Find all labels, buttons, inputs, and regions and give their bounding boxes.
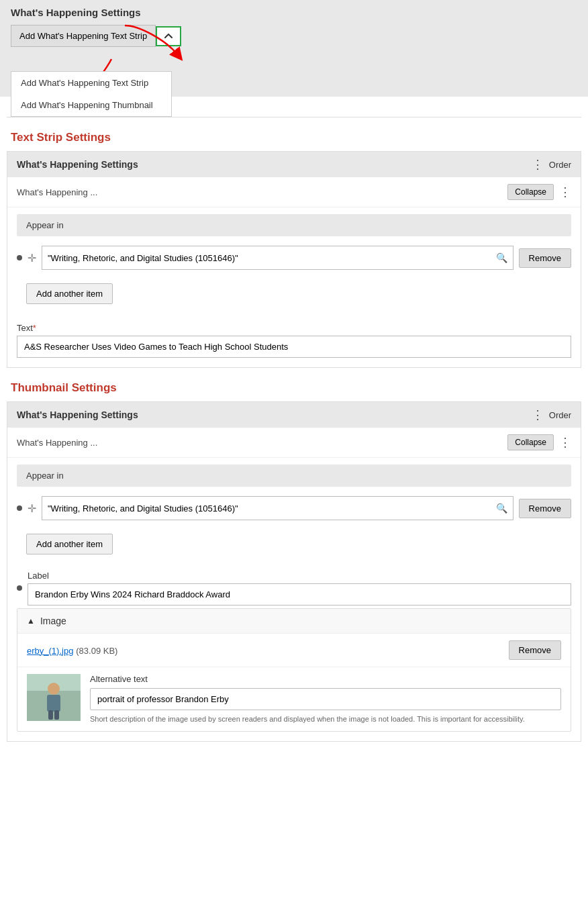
svg-rect-4: [47, 695, 60, 712]
text-strip-block-header: What's Happening Settings ⋮ Order: [7, 152, 581, 177]
text-strip-order-label: Order: [549, 160, 571, 170]
thumbnail-search-row: ✛ 🔍 Remove: [7, 489, 581, 524]
text-strip-search-icon: 🔍: [496, 252, 507, 263]
thumbnail-label-row: Label: [7, 568, 581, 608]
text-strip-search-wrapper: 🔍: [42, 246, 513, 270]
thumbnail-appear-in-bar: Appear in: [17, 465, 571, 487]
thumbnail-alt-text-label: Alternative text: [90, 674, 561, 684]
text-strip-add-another-area: Add another item: [7, 274, 581, 318]
thumbnail-remove-button[interactable]: Remove: [519, 499, 571, 518]
text-strip-item-row: What's Happening ... Collapse ⋮: [7, 177, 581, 207]
thumbnail-file-link[interactable]: erby_(1).jpg: [27, 646, 73, 656]
thumbnail-item-row: What's Happening ... Collapse ⋮: [7, 428, 581, 458]
thumbnail-three-dots-icon[interactable]: ⋮: [532, 409, 544, 421]
thumbnail-search-icon: 🔍: [496, 503, 507, 514]
text-strip-three-dots-icon[interactable]: ⋮: [532, 158, 544, 171]
text-strip-bullet-dot: [17, 255, 22, 260]
image-section-title: Image: [40, 616, 66, 626]
thumbnail-file-info: erby_(1).jpg (83.09 KB): [27, 645, 117, 656]
dropdown-chevron-button[interactable]: [156, 26, 181, 46]
svg-point-3: [48, 683, 60, 695]
thumbnail-alt-text-hint: Short description of the image used by s…: [90, 714, 561, 724]
thumbnail-item-label: What's Happening ...: [17, 438, 97, 448]
top-section: What's Happening Settings Add What's Hap…: [0, 0, 588, 97]
dropdown-menu: Add What's Happening Text Strip Add What…: [11, 71, 172, 117]
text-strip-collapse-button[interactable]: Collapse: [507, 184, 554, 200]
thumbnail-image-alt-row: Alternative text Short description of th…: [17, 667, 571, 731]
thumbnail-label-dot: [17, 585, 22, 591]
text-strip-search-row: ✛ 🔍 Remove: [7, 239, 581, 274]
text-strip-block-title: What's Happening Settings: [17, 159, 138, 170]
text-strip-section-title: Text Strip Settings: [11, 131, 577, 144]
text-strip-item-row-right: Collapse ⋮: [507, 184, 571, 200]
text-strip-text-label: Text*: [7, 318, 581, 336]
thumbnail-bullet-dot: [17, 505, 22, 511]
text-strip-appear-in-outer: Appear in: [7, 207, 581, 239]
thumbnail-item-three-dots-icon[interactable]: ⋮: [559, 436, 571, 448]
dropdown-item-thumbnail[interactable]: Add What's Happening Thumbnail: [11, 94, 171, 116]
add-text-strip-button[interactable]: Add What's Happening Text Strip: [11, 25, 156, 47]
thumbnail-add-another-button[interactable]: Add another item: [26, 534, 113, 554]
svg-rect-6: [54, 710, 59, 720]
dropdown-trigger-row: Add What's Happening Text Strip: [11, 25, 577, 47]
thumbnail-file-size: (83.09 KB): [76, 646, 117, 656]
thumbnail-block-header: What's Happening Settings ⋮ Order: [7, 402, 581, 428]
text-strip-header-right: ⋮ Order: [532, 158, 571, 171]
svg-rect-5: [48, 710, 53, 720]
top-title: What's Happening Settings: [11, 7, 577, 18]
chevron-up-icon: [164, 32, 173, 41]
thumbnail-image-section-header: ▲ Image: [17, 609, 571, 634]
thumbnail-section-title: Thumbnail Settings: [11, 381, 577, 395]
thumbnail-header-right: ⋮ Order: [532, 409, 571, 421]
thumbnail-settings-block: What's Happening Settings ⋮ Order What's…: [7, 401, 581, 742]
text-strip-search-input[interactable]: [48, 253, 496, 263]
thumbnail-image-section: ▲ Image erby_(1).jpg (83.09 KB) Remove: [17, 608, 571, 732]
thumbnail-appear-in-outer: Appear in: [7, 458, 581, 489]
thumbnail-drag-handle[interactable]: ✛: [28, 502, 36, 515]
thumbnail-label-container: Label: [28, 571, 571, 605]
thumbnail-search-input[interactable]: [48, 503, 496, 514]
thumbnail-label-field-label: Label: [28, 571, 571, 583]
dropdown-item-text-strip[interactable]: Add What's Happening Text Strip: [11, 72, 171, 94]
thumbnail-search-wrapper: 🔍: [42, 496, 513, 520]
image-chevron-up-icon[interactable]: ▲: [27, 616, 35, 626]
page-wrapper: What's Happening Settings Add What's Hap…: [0, 0, 588, 742]
divider-1: [7, 117, 581, 117]
thumbnail-image-preview: [27, 674, 81, 721]
text-strip-item-label: What's Happening ...: [17, 187, 97, 197]
text-strip-drag-handle[interactable]: ✛: [28, 252, 36, 264]
thumbnail-collapse-button[interactable]: Collapse: [507, 434, 554, 450]
text-strip-text-input[interactable]: [17, 336, 571, 358]
text-strip-add-another-button[interactable]: Add another item: [26, 283, 113, 304]
thumbnail-alt-text-area: Alternative text Short description of th…: [90, 674, 561, 724]
thumbnail-item-row-right: Collapse ⋮: [507, 434, 571, 450]
text-strip-item-three-dots-icon[interactable]: ⋮: [559, 186, 571, 198]
thumbnail-preview-svg: [27, 674, 81, 721]
thumbnail-add-another-area: Add another item: [7, 524, 581, 568]
thumbnail-label-input[interactable]: [28, 583, 571, 605]
thumbnail-alt-text-input[interactable]: [90, 688, 561, 710]
thumbnail-image-file-row: erby_(1).jpg (83.09 KB) Remove: [17, 634, 571, 667]
text-strip-appear-in-bar: Appear in: [17, 214, 571, 236]
thumbnail-block-title: What's Happening Settings: [17, 409, 138, 420]
thumbnail-image-remove-button[interactable]: Remove: [509, 640, 561, 660]
thumbnail-order-label: Order: [549, 410, 571, 420]
text-strip-remove-button[interactable]: Remove: [519, 248, 571, 268]
text-strip-settings-block: What's Happening Settings ⋮ Order What's…: [7, 151, 581, 368]
